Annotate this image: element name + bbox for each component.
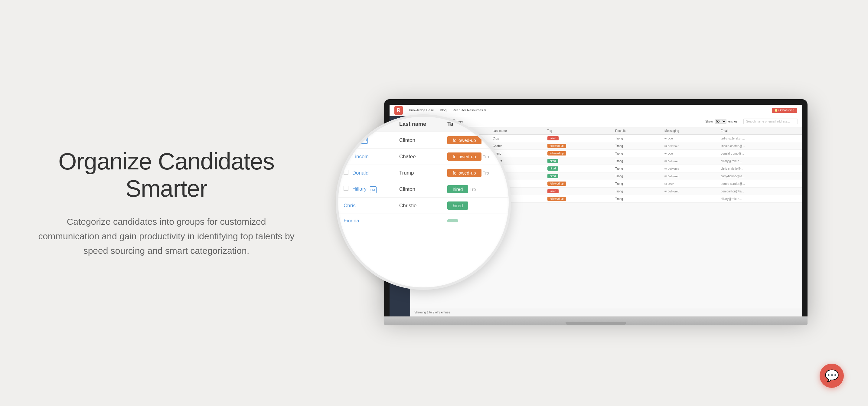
right-content-area: st name Last name Ta Hillary PDF Clinton: [323, 0, 868, 406]
zoom-col-lname: Last name: [394, 117, 442, 132]
left-content-area: Organize Candidates Smarter Categorize c…: [0, 0, 333, 406]
table-footer: Showing 1 to 9 of 9 entries: [410, 308, 802, 316]
zoom-fname-1: Hillary PDF: [338, 132, 394, 149]
entries-select[interactable]: 50 25 100: [715, 119, 726, 124]
row-tag: followed-up: [545, 180, 613, 188]
page-subtext: Categorize candidates into groups for cu…: [36, 215, 297, 258]
row-tag: followed-up: [545, 195, 613, 203]
zoom-row-3: Donald Trump followed-up Tro: [338, 165, 509, 181]
zoom-lname-2: Chafee: [394, 149, 442, 165]
col-tag[interactable]: Tag: [545, 127, 613, 135]
row-messaging: ✉ Open: [662, 150, 718, 157]
zoom-lname-6: [394, 214, 442, 228]
row-recruiter: Trong: [613, 165, 662, 173]
laptop-mockup: st name Last name Ta Hillary PDF Clinton: [384, 99, 807, 325]
row-recruiter: Trong: [613, 195, 662, 203]
row-tag: failed: [545, 135, 613, 142]
zoom-col-fname: st name: [338, 117, 394, 132]
row-email: hillary@rakun...: [718, 195, 802, 203]
row-messaging: ✉ Open: [662, 135, 718, 142]
row-recruiter: Trong: [613, 135, 662, 142]
zoom-tag-4: hired Tro: [442, 181, 509, 197]
zoom-tag-5: hired: [442, 197, 509, 214]
row-messaging: ✉ Delivered: [662, 173, 718, 180]
app-logo: R: [394, 106, 403, 115]
zoom-row-6: Fiorina: [338, 214, 509, 228]
chat-bubble-button[interactable]: 💬: [819, 364, 844, 388]
page-headline: Organize Candidates Smarter: [36, 148, 297, 202]
laptop-base: [384, 316, 807, 325]
row-recruiter: Trong: [613, 142, 662, 150]
onboarding-button[interactable]: Onboarding: [772, 108, 797, 113]
zoom-tag-1: followed-up: [442, 132, 509, 149]
zoom-fname-3: Donald: [338, 165, 394, 181]
nav-recruiter-resources[interactable]: Recruiter Resources ∨: [453, 108, 486, 112]
row-email: carly-fiorina@ra...: [718, 173, 802, 180]
row-recruiter: Trong: [613, 173, 662, 180]
search-box[interactable]: Search name or email address...: [743, 119, 798, 124]
zoom-lname-3: Trump: [394, 165, 442, 181]
row-messaging: ✉ Delivered: [662, 165, 718, 173]
zoom-row-2: Lincoln Chafee followed-up Tro: [338, 149, 509, 165]
row-messaging: ✉ Delivered: [662, 142, 718, 150]
row-tag: hired: [545, 173, 613, 180]
zoom-lname-4: Clinton: [394, 181, 442, 197]
zoom-lname-1: Clinton: [394, 132, 442, 149]
zoom-tag-6: [442, 214, 509, 228]
zoom-lname-5: Christie: [394, 197, 442, 214]
col-email[interactable]: Email: [718, 127, 802, 135]
row-tag: followed-up: [545, 142, 613, 150]
zoom-table: st name Last name Ta Hillary PDF Clinton: [338, 117, 509, 228]
row-recruiter: Trong: [613, 157, 662, 165]
row-recruiter: Trong: [613, 180, 662, 188]
row-messaging: ✉ Delivered: [662, 157, 718, 165]
nav-blog[interactable]: Blog: [440, 108, 447, 112]
row-email: chris-christie@...: [718, 165, 802, 173]
row-messaging: ✉ Delivered: [662, 188, 718, 195]
row-email: donald-trump@...: [718, 150, 802, 157]
zoom-fname-2: Lincoln: [338, 149, 394, 165]
zoom-fname-5: Chris: [338, 197, 394, 214]
row-tag: hired: [545, 157, 613, 165]
zoom-col-tag: Ta: [442, 117, 509, 132]
zoom-row-4: Hillary PDF Clinton hired Tro: [338, 181, 509, 197]
magnifier-content: st name Last name Ta Hillary PDF Clinton: [338, 117, 509, 287]
zoom-fname-4: Hillary PDF: [338, 181, 394, 197]
row-messaging: ✉ Open: [662, 180, 718, 188]
row-email: bernie-sander@...: [718, 180, 802, 188]
col-recruiter[interactable]: Recruiter: [613, 127, 662, 135]
pdf-icon-4: PDF: [370, 186, 376, 193]
row-email: hillary@rakun...: [718, 157, 802, 165]
row-recruiter: Trong: [613, 188, 662, 195]
zoom-tag-3: followed-up Tro: [442, 165, 509, 181]
zoom-fname-6: Fiorina: [338, 214, 394, 228]
row-tag: hired: [545, 165, 613, 173]
row-email: ben-carlton@ra...: [718, 188, 802, 195]
chat-icon: 💬: [825, 369, 839, 382]
nav-knowledge-base[interactable]: Knowledge Base: [409, 108, 434, 112]
zoom-row-5: Chris Christie hired: [338, 197, 509, 214]
pdf-icon-1: PDF: [361, 137, 368, 144]
row-tag: failed: [545, 188, 613, 195]
show-entries: Show 50 25 100 entries: [705, 119, 737, 124]
app-topbar: R Knowledge Base Blog Recruiter Resource…: [390, 105, 802, 116]
row-email: lincoln-chafee@...: [718, 142, 802, 150]
magnifier-zoom: st name Last name Ta Hillary PDF Clinton: [336, 114, 511, 290]
row-tag: followed-up: [545, 150, 613, 157]
zoom-row-1: Hillary PDF Clinton followed-up: [338, 132, 509, 149]
top-nav-links: Knowledge Base Blog Recruiter Resources …: [409, 108, 486, 112]
col-messaging[interactable]: Messaging: [662, 127, 718, 135]
row-recruiter: Trong: [613, 150, 662, 157]
zoom-tag-2: followed-up Tro: [442, 149, 509, 165]
row-email: ted-cruz@rakun...: [718, 135, 802, 142]
row-messaging: [662, 195, 718, 203]
footer-text: Showing 1 to 9 of 9 entries: [414, 311, 450, 314]
